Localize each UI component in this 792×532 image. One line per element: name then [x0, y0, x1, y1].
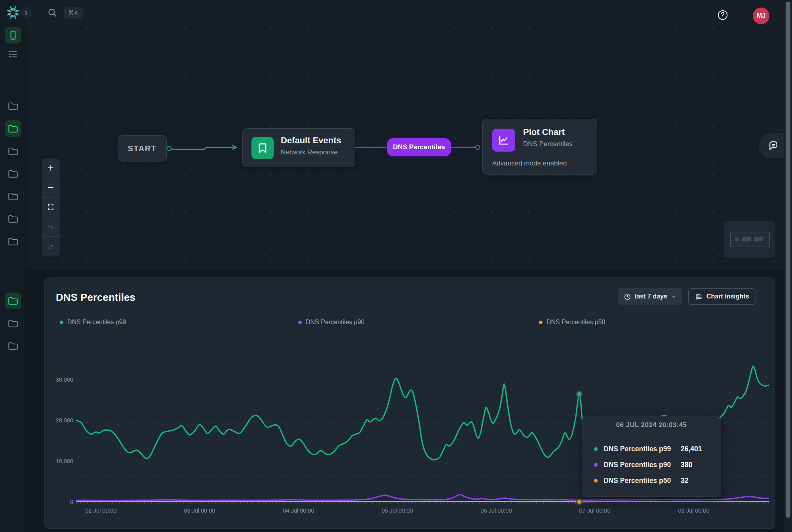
sidebar-collapse-button[interactable] — [20, 7, 32, 19]
folder-icon — [8, 124, 18, 134]
folder-icon — [8, 101, 18, 111]
x-axis-tick: 02 Jul 00:00 — [75, 507, 127, 515]
redo-icon — [47, 243, 54, 250]
flow-canvas[interactable]: START Default Events Network Response DN… — [26, 25, 792, 270]
chat-bubble-icon — [767, 140, 779, 152]
dns-percentiles-pill[interactable]: DNS Percentiles — [387, 138, 451, 156]
line-chart-icon — [492, 129, 515, 152]
search-shortcut-badge: ⌘K — [64, 7, 83, 19]
legend-label: DNS Percentiles p50 — [546, 319, 605, 326]
undo-icon — [47, 223, 54, 230]
avatar[interactable]: MJ — [753, 8, 769, 24]
sidebar-folder-item[interactable] — [5, 188, 21, 205]
folder-icon — [8, 341, 18, 351]
plot-chart-node[interactable]: Plot Chart DNS Percentiles Advanced mode… — [482, 119, 597, 175]
minus-icon — [47, 184, 54, 191]
legend-item-p99[interactable]: DNS Percentiles p99 — [60, 319, 126, 326]
sidebar-divider — [5, 74, 21, 74]
x-axis-tick: 05 Jul 00:00 — [371, 507, 423, 515]
sidebar-folder-item[interactable] — [5, 165, 21, 182]
legend-label: DNS Percentiles p99 — [67, 319, 126, 326]
zoom-in-button[interactable] — [42, 158, 60, 178]
sidebar-item-list[interactable] — [5, 46, 21, 63]
sidebar-item-devices[interactable] — [5, 27, 21, 44]
insights-icon — [695, 293, 703, 300]
time-range-label: last 7 days — [635, 293, 667, 300]
folder-icon — [8, 318, 18, 329]
minimap[interactable] — [724, 221, 775, 258]
tooltip-dot-green — [594, 447, 598, 451]
x-axis-tick: 03 Jul 00:00 — [174, 507, 225, 515]
tooltip-value: 32 — [681, 477, 688, 485]
chevron-down-icon — [671, 294, 677, 300]
app-window: ⌘K MJ — [0, 0, 792, 532]
scrollbar-thumb[interactable] — [786, 2, 790, 518]
sidebar-folder-item[interactable] — [5, 143, 21, 160]
help-icon — [717, 9, 729, 21]
start-node-label: START — [128, 144, 157, 153]
folder-icon — [8, 169, 18, 179]
chart-insights-button[interactable]: Chart Insights — [688, 288, 756, 305]
sidebar-folder-item[interactable] — [5, 315, 21, 332]
tooltip-label: DNS Percentiles p50 — [604, 477, 681, 485]
chart-insights-label: Chart Insights — [706, 293, 749, 300]
node-badge: Advanced mode enabled — [492, 160, 567, 167]
x-axis-tick: 07 Jul 00:00 — [569, 507, 621, 515]
folder-icon — [8, 191, 18, 201]
sidebar — [0, 0, 26, 532]
legend-item-p90[interactable]: DNS Percentiles p90 — [298, 319, 365, 326]
help-button[interactable] — [716, 8, 729, 22]
logo-icon — [5, 5, 21, 21]
y-axis-tick: 30,000 — [45, 376, 73, 384]
x-axis-tick: 08 Jul 00:00 — [668, 507, 720, 515]
sidebar-folder-item[interactable] — [5, 338, 21, 354]
phone-icon — [8, 30, 18, 40]
scrollbar-track[interactable] — [784, 0, 792, 532]
node-title: Plot Chart — [523, 127, 565, 137]
legend-item-p50[interactable]: DNS Percentiles p50 — [539, 319, 605, 326]
fullscreen-icon — [47, 203, 54, 211]
time-range-button[interactable]: last 7 days — [618, 288, 682, 305]
legend-dot-orange — [539, 321, 543, 324]
sidebar-folder-item-active[interactable] — [5, 120, 21, 137]
minimap-node — [754, 237, 763, 241]
sidebar-folder-item[interactable] — [5, 233, 21, 250]
list-icon — [8, 49, 18, 59]
folder-icon — [8, 146, 18, 156]
topbar: ⌘K MJ — [0, 0, 792, 25]
fit-view-button[interactable] — [42, 198, 60, 217]
chart-tooltip: 06 JUL 2024 20:03:45 DNS Percentiles p99… — [582, 416, 721, 497]
sidebar-folder-item[interactable] — [5, 98, 21, 114]
folder-icon — [8, 214, 18, 224]
plus-icon — [47, 164, 54, 171]
sidebar-divider — [5, 266, 21, 266]
clock-icon — [624, 293, 631, 300]
tooltip-label: DNS Percentiles p90 — [604, 461, 681, 469]
sidebar-folder-item[interactable] — [5, 211, 21, 227]
y-axis-tick: 0 — [45, 498, 73, 506]
node-subtitle: DNS Percentiles — [523, 140, 573, 148]
canvas-toolbar — [42, 158, 60, 256]
y-axis-tick: 20,000 — [45, 416, 73, 424]
legend-label: DNS Percentiles p90 — [306, 319, 365, 326]
minimap-node — [742, 237, 751, 241]
search-icon[interactable] — [47, 7, 58, 18]
tooltip-value: 26,401 — [681, 445, 702, 453]
legend-dot-purple — [298, 321, 302, 324]
minimap-node — [735, 238, 739, 241]
node-title: Default Events — [281, 135, 341, 146]
tooltip-value: 380 — [681, 461, 692, 469]
tooltip-row: DNS Percentiles p5032 — [582, 473, 721, 488]
sidebar-folder-item-active[interactable] — [5, 293, 21, 309]
bookmark-icon — [251, 137, 274, 159]
redo-button[interactable] — [42, 237, 60, 256]
tooltip-header: 06 JUL 2024 20:03:45 — [582, 421, 721, 429]
chevron-right-icon — [23, 10, 29, 15]
undo-button[interactable] — [42, 217, 60, 237]
tooltip-dot-orange — [594, 479, 598, 483]
chart-panel: DNS Percentiles last 7 days Chart Insigh… — [44, 277, 775, 529]
zoom-out-button[interactable] — [42, 178, 60, 198]
default-events-node[interactable]: Default Events Network Response — [242, 128, 355, 167]
folder-icon — [8, 296, 18, 306]
start-node[interactable]: START — [118, 135, 167, 162]
